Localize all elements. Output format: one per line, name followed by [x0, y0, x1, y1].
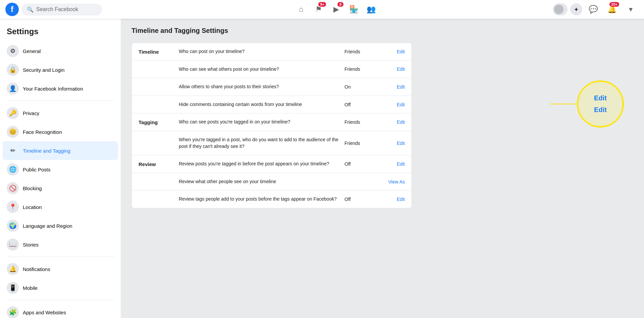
sidebar-item-blocking[interactable]: 🚫 Blocking [3, 179, 118, 198]
sidebar-item-security-login[interactable]: 🔒 Security and Login [3, 60, 118, 79]
row-action-8: View As [378, 179, 405, 184]
row-desc-1: Who can post on your timeline? [179, 48, 344, 55]
main-layout: Settings ⚙ General 🔒 Security and Login … [0, 19, 644, 318]
people-icon: 👥 [367, 5, 376, 14]
language-icon: 🌍 [7, 220, 19, 232]
chevron-down-icon: ▾ [629, 5, 633, 14]
notifications-button[interactable]: 🔔 20+ [604, 1, 620, 17]
review-row-1: Review Review posts you're tagged in bef… [132, 155, 412, 173]
row-desc-3: Allow others to share your posts to thei… [179, 84, 344, 90]
timeline-icon: ✏ [7, 145, 19, 157]
video-nav-button[interactable]: ▶ 8 [328, 1, 344, 17]
timeline-row-3: Allow others to share your posts to thei… [132, 78, 412, 96]
edit-link-7[interactable]: Edit [397, 161, 405, 167]
settings-table: Timeline Who can post on your timeline? … [131, 43, 412, 208]
review-label-empty-2 [139, 196, 179, 197]
sidebar-label-apps: Apps and Websites [23, 310, 66, 315]
sidebar-divider-3 [7, 300, 114, 300]
sidebar-item-facebook-info[interactable]: 👤 Your Facebook Information [3, 79, 118, 98]
review-row-2: Review what other people see on your tim… [132, 173, 412, 191]
security-icon: 🔒 [7, 64, 19, 76]
edit-link-6[interactable]: Edit [397, 141, 405, 146]
messenger-button[interactable]: 💬 [585, 1, 601, 17]
edit-link-2[interactable]: Edit [397, 66, 405, 72]
row-desc-9: Review tags people add to your posts bef… [179, 196, 344, 203]
search-bar[interactable]: 🔍 Search Facebook [21, 4, 102, 15]
sidebar-item-privacy[interactable]: 🔑 Privacy [3, 104, 118, 122]
row-action-3: Edit [378, 84, 405, 90]
apps-icon: 🧩 [7, 306, 19, 318]
edit-link-3[interactable]: Edit [397, 84, 405, 90]
facebook-logo[interactable]: f [5, 3, 19, 16]
row-val-9: Off [344, 197, 378, 202]
edit-link-4[interactable]: Edit [397, 102, 405, 107]
sidebar-item-notifications[interactable]: 🔔 Notifications [3, 260, 118, 278]
edit-link-5[interactable]: Edit [397, 119, 405, 125]
notifications-badge: 20+ [609, 2, 619, 7]
video-badge: 8 [337, 2, 343, 7]
sidebar-item-stories[interactable]: 📖 Stories [3, 235, 118, 254]
avatar [554, 5, 564, 14]
timeline-section-label: Timeline [139, 48, 179, 55]
nav-left: f 🔍 Search Facebook [5, 3, 119, 16]
sidebar-item-face-recognition[interactable]: 😊 Face Recognition [3, 122, 118, 141]
sidebar-label-face: Face Recognition [23, 129, 62, 135]
row-desc-2: Who can see what others post on your tim… [179, 66, 344, 73]
search-placeholder: Search Facebook [36, 6, 78, 12]
flag-nav-button[interactable]: ⚑ 9+ [311, 1, 327, 17]
edit-link-9[interactable]: Edit [397, 197, 405, 202]
home-nav-button[interactable]: ⌂ [293, 1, 309, 17]
sidebar-divider-2 [7, 257, 114, 257]
edit-link-1[interactable]: Edit [397, 49, 405, 54]
home-icon: ⌂ [299, 5, 303, 14]
row-val-5: Friends [344, 119, 378, 125]
sidebar-label-blocking: Blocking [23, 186, 42, 191]
top-navigation: f 🔍 Search Facebook ⌂ ⚑ 9+ ▶ 8 🏪 👥 + [0, 0, 644, 19]
row-val-1: Friends [344, 49, 378, 54]
privacy-icon: 🔑 [7, 107, 19, 119]
sidebar-item-language[interactable]: 🌍 Language and Region [3, 216, 118, 235]
tagging-label-empty [139, 137, 179, 137]
tagging-section-label: Tagging [139, 119, 179, 125]
sidebar-item-public-posts[interactable]: 🌐 Public Posts [3, 160, 118, 179]
account-menu-button[interactable]: ▾ [623, 1, 639, 17]
row-desc-7: Review posts you're tagged in before the… [179, 161, 344, 167]
sidebar-item-apps[interactable]: 🧩 Apps and Websites [3, 303, 118, 318]
row-desc-6: When you're tagged in a post, who do you… [179, 137, 344, 150]
row-action-7: Edit [378, 161, 405, 167]
timeline-label-empty-3 [139, 101, 179, 102]
sidebar-item-location[interactable]: 📍 Location [3, 198, 118, 216]
sidebar-label-public: Public Posts [23, 167, 51, 172]
search-icon: 🔍 [27, 6, 34, 13]
mobile-icon: 📱 [7, 282, 19, 294]
blocking-icon: 🚫 [7, 182, 19, 194]
stories-icon: 📖 [7, 238, 19, 251]
sidebar-label-security: Security and Login [23, 67, 64, 73]
row-desc-5: Who can see posts you're tagged in on yo… [179, 119, 344, 125]
sidebar-item-timeline[interactable]: ✏ Timeline and Tagging [3, 141, 118, 160]
sidebar-label-notifications: Notifications [23, 266, 50, 272]
notifications-icon: 🔔 [7, 263, 19, 275]
row-desc-4: Hide comments containing certain words f… [179, 101, 344, 108]
view-as-link[interactable]: View As [388, 179, 405, 184]
sidebar-item-mobile[interactable]: 📱 Mobile [3, 278, 118, 297]
add-button[interactable]: + [570, 3, 582, 15]
row-action-1: Edit [378, 49, 405, 54]
row-action-5: Edit [378, 119, 405, 125]
sidebar-title: Settings [3, 24, 118, 42]
general-icon: ⚙ [7, 45, 19, 57]
timeline-row-1: Timeline Who can post on your timeline? … [132, 43, 412, 61]
sidebar-label-language: Language and Region [23, 223, 72, 229]
store-icon: 🏪 [349, 5, 358, 14]
profile-pill[interactable] [553, 3, 568, 15]
marketplace-nav-button[interactable]: 🏪 [345, 1, 362, 17]
sidebar: Settings ⚙ General 🔒 Security and Login … [0, 19, 121, 318]
location-icon: 📍 [7, 201, 19, 213]
tagging-row-2: When you're tagged in a post, who do you… [132, 131, 412, 155]
fb-logo-letter: f [11, 5, 13, 14]
people-nav-button[interactable]: 👥 [363, 1, 379, 17]
messenger-icon: 💬 [589, 5, 598, 14]
sidebar-item-general[interactable]: ⚙ General [3, 42, 118, 60]
info-icon: 👤 [7, 83, 19, 95]
review-row-3: Review tags people add to your posts bef… [132, 191, 412, 208]
